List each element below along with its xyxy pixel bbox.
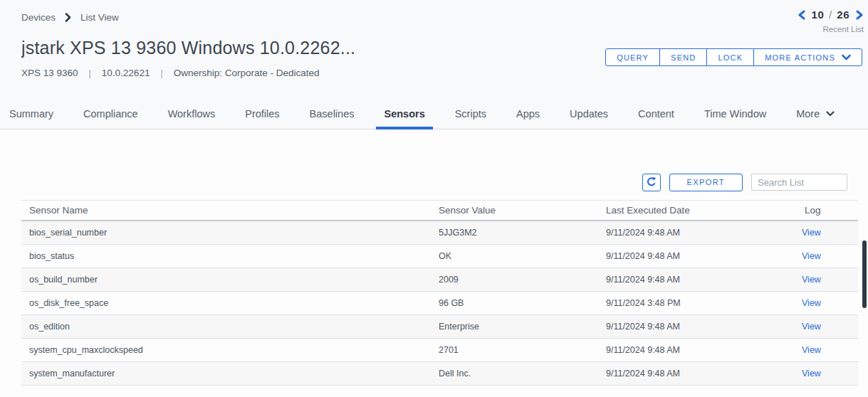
tab-workflows[interactable]: Workflows [168, 108, 216, 129]
last-executed-date-cell: 9/11/2024 9:48 AM [598, 275, 802, 285]
tab-profiles[interactable]: Profiles [245, 108, 279, 129]
table-toolbar: EXPORT [21, 173, 858, 191]
table-row: system_manufacturer Dell Inc. 9/11/2024 … [21, 362, 858, 386]
table-row: bios_serial_number 5JJG3M2 9/11/2024 9:4… [21, 221, 858, 245]
device-subtitle: XPS 13 9360 | 10.0.22621 | Ownership: Co… [21, 68, 858, 78]
last-executed-date-cell: 9/11/2024 9:48 AM [598, 322, 802, 332]
sensor-name-cell: os_edition [21, 322, 431, 332]
sensors-table: Sensor Name Sensor Value Last Executed D… [21, 200, 858, 386]
device-details-page: Devices List View 10 / 26 Recent List js… [0, 0, 868, 397]
view-log-link[interactable]: View [802, 345, 821, 355]
log-cell: View [802, 251, 858, 261]
device-ownership: Ownership: Corporate - Dedicated [174, 68, 320, 78]
last-executed-date-cell: 9/11/2024 9:48 AM [598, 345, 802, 355]
device-os-version: 10.0.22621 [102, 68, 150, 78]
table-row: os_disk_free_space 96 GB 9/11/2024 3:48 … [21, 292, 858, 315]
sensor-name-cell: system_cpu_maxclockspeed [21, 345, 431, 355]
sensor-name-cell: system_manufacturer [21, 369, 431, 379]
more-actions-button[interactable]: MORE ACTIONS [754, 49, 862, 65]
table-row: os_build_number 2009 9/11/2024 9:48 AM V… [21, 268, 858, 292]
view-log-link[interactable]: View [802, 369, 821, 379]
vertical-scrollbar-thumb[interactable] [862, 240, 867, 308]
device-tab-bar: SummaryComplianceWorkflowsProfilesBaseli… [0, 92, 868, 129]
refresh-icon [646, 176, 657, 188]
tab-baselines[interactable]: Baselines [310, 108, 355, 129]
view-log-link[interactable]: View [802, 275, 821, 285]
tab-sensors[interactable]: Sensors [384, 108, 424, 129]
search-input[interactable] [751, 174, 847, 191]
sensor-value-cell: 5JJG3M2 [431, 228, 598, 238]
sensor-value-cell: 2009 [431, 275, 598, 285]
view-log-link[interactable]: View [802, 322, 821, 332]
tab-updates[interactable]: Updates [570, 108, 608, 129]
table-row: bios_status OK 9/11/2024 9:48 AM View [21, 245, 858, 268]
table-header-row: Sensor Name Sensor Value Last Executed D… [21, 200, 858, 221]
tab-summary[interactable]: Summary [9, 108, 53, 129]
tab-scripts[interactable]: Scripts [455, 108, 486, 129]
send-button[interactable]: SEND [660, 49, 707, 65]
chevron-down-icon [842, 54, 851, 60]
chevron-down-icon [826, 111, 835, 117]
view-log-link[interactable]: View [802, 298, 821, 308]
sensors-panel: EXPORT Sensor Name Sensor Value Last Exe… [0, 173, 868, 386]
export-button[interactable]: EXPORT [669, 174, 743, 191]
recent-list-pagination: 10 / 26 Recent List [798, 9, 864, 33]
log-cell: View [802, 275, 858, 285]
refresh-button[interactable] [642, 174, 661, 191]
lock-button[interactable]: LOCK [707, 49, 754, 65]
sensor-value-cell: Enterprise [431, 322, 598, 332]
sensor-value-cell: 96 GB [431, 298, 598, 308]
last-executed-date-cell: 9/11/2024 9:48 AM [598, 369, 802, 379]
table-row: os_edition Enterprise 9/11/2024 9:48 AM … [21, 315, 858, 339]
sensor-value-cell: OK [431, 251, 598, 261]
chevron-right-icon[interactable] [855, 9, 864, 21]
sensor-name-cell: os_disk_free_space [21, 298, 431, 308]
view-log-link[interactable]: View [802, 251, 821, 261]
sensor-value-cell: 2701 [431, 345, 598, 355]
page-header: Devices List View 10 / 26 Recent List js… [0, 0, 868, 92]
breadcrumb: Devices List View [21, 12, 858, 23]
subtitle-divider: | [89, 68, 91, 78]
last-executed-date-cell: 9/11/2024 3:48 PM [598, 298, 802, 308]
tab-time-window[interactable]: Time Window [704, 108, 766, 129]
device-title: jstark XPS 13 9360 Windows 10.0.2262... [21, 38, 627, 58]
sensor-name-cell: bios_status [21, 251, 431, 261]
log-cell: View [802, 298, 858, 308]
query-button[interactable]: QUERY [606, 49, 660, 65]
column-header-last-executed-date: Last Executed Date [598, 205, 802, 216]
chevron-right-icon [65, 13, 71, 22]
column-header-sensor-value: Sensor Value [431, 205, 598, 216]
sensor-value-cell: Dell Inc. [431, 369, 598, 379]
column-header-sensor-name: Sensor Name [21, 205, 431, 216]
subtitle-divider: | [160, 68, 162, 78]
view-log-link[interactable]: View [802, 228, 821, 238]
chevron-left-icon[interactable] [798, 9, 806, 21]
log-cell: View [802, 228, 858, 238]
tab-content[interactable]: Content [638, 108, 674, 129]
log-cell: View [802, 322, 858, 332]
device-action-group: QUERY SEND LOCK MORE ACTIONS [605, 48, 862, 66]
recent-list-caption: Recent List [822, 25, 864, 33]
recent-list-position: 10 / 26 [812, 9, 849, 21]
column-header-log: Log [802, 205, 858, 216]
breadcrumb-list-view[interactable]: List View [80, 12, 119, 23]
last-executed-date-cell: 9/11/2024 9:48 AM [598, 251, 802, 261]
tab-apps[interactable]: Apps [516, 108, 540, 129]
table-row: system_cpu_maxclockspeed 2701 9/11/2024 … [21, 339, 858, 362]
table-body: bios_serial_number 5JJG3M2 9/11/2024 9:4… [21, 221, 858, 386]
sensor-name-cell: os_build_number [21, 275, 431, 285]
tab-compliance[interactable]: Compliance [83, 108, 138, 129]
log-cell: View [802, 345, 858, 355]
sensor-name-cell: bios_serial_number [21, 228, 431, 238]
device-model: XPS 13 9360 [21, 68, 78, 78]
log-cell: View [802, 369, 858, 379]
breadcrumb-devices[interactable]: Devices [21, 12, 56, 23]
tab-more[interactable]: More [796, 108, 835, 129]
last-executed-date-cell: 9/11/2024 9:48 AM [598, 228, 802, 238]
